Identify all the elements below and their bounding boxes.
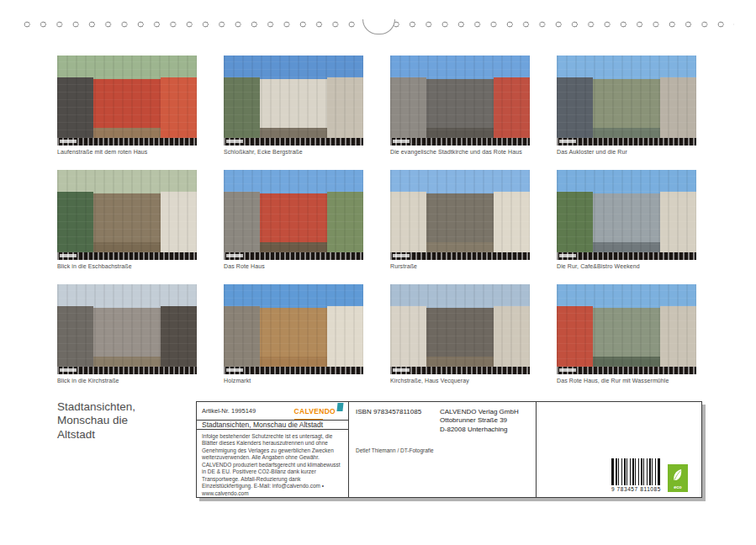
publisher-address: CALVENDO Verlag GmbH Ottobrunner Straße …: [440, 408, 519, 434]
photo-caption: Schloßkahr, Ecke Bergstraße: [224, 149, 363, 156]
photo-watermark: [224, 252, 363, 260]
artikel-number: Artikel-Nr. 1995149: [202, 407, 256, 415]
photo-grid: Laufenstraße mit dem roten Haus Schloßka…: [57, 56, 696, 386]
photo-caption: Die evangelische Stadtkirche und das Rot…: [390, 149, 530, 156]
photo-image: [224, 170, 363, 260]
photo-tile: Das Aukloster und die Rur: [557, 56, 696, 157]
photo-tile: Holzmarkt: [224, 284, 363, 386]
photo-caption: Das Rote Haus, die Rur mit Wassermühle: [557, 378, 696, 384]
photo-tile: Die evangelische Stadtkirche und das Rot…: [390, 56, 530, 157]
photo-watermark: [390, 138, 530, 146]
photo-caption: Das Aukloster und die Rur: [557, 149, 696, 156]
photo-tile: Laufenstraße mit dem roten Haus: [57, 56, 197, 157]
photo-caption: Blick in die Eschbachstraße: [57, 263, 197, 270]
photo-image: [224, 56, 363, 146]
calvendo-logo: CALVENDO: [294, 402, 343, 420]
photo-caption: Rurstraße: [390, 263, 530, 270]
photo-tile: Kirchstraße, Haus Vecqueray: [390, 284, 530, 386]
legal-text: Infolge bestehender Schutzrechte ist es …: [197, 430, 348, 500]
photo-tile: Schloßkahr, Ecke Bergstraße: [224, 56, 363, 157]
info-box: Artikel-Nr. 1995149 CALVENDO Stadtansich…: [196, 401, 702, 498]
photo-image: [557, 284, 696, 374]
photo-caption: Das Rote Haus: [224, 263, 363, 270]
info-box-left-column: Artikel-Nr. 1995149 CALVENDO Stadtansich…: [197, 402, 349, 497]
calvendo-tagline-rule: [294, 419, 323, 421]
info-box-right-column: 9 783457 811085 eco: [537, 402, 701, 497]
artikel-row: Artikel-Nr. 1995149 CALVENDO: [197, 402, 348, 421]
isbn-publisher-row: ISBN 9783457811085 CALVENDO Verlag GmbH …: [356, 408, 529, 434]
isbn-number: ISBN 9783457811085: [356, 408, 440, 434]
photo-watermark: [557, 138, 696, 146]
photo-tile: Rurstraße: [390, 170, 530, 272]
barcode: 9 783457 811085: [611, 458, 661, 492]
info-box-middle-column: ISBN 9783457811085 CALVENDO Verlag GmbH …: [349, 402, 537, 497]
photo-watermark: [57, 138, 197, 146]
photo-image: [390, 284, 530, 374]
photo-image: [57, 170, 197, 260]
photo-caption: Die Rur, Cafe&Bistro Weekend: [557, 263, 696, 270]
calvendo-mark-icon: [336, 403, 343, 411]
barcode-bars-icon: [611, 458, 660, 485]
photo-image: [557, 170, 696, 260]
product-title: Stadtansichten, Monschau die Altstadt: [197, 421, 348, 430]
calendar-title: Stadtansichten, Monschau die Altstadt: [57, 400, 135, 442]
hanger-hole: [362, 19, 395, 34]
photo-caption: Kirchstraße, Haus Vecqueray: [390, 378, 530, 384]
photo-caption: Laufenstraße mit dem roten Haus: [57, 149, 197, 156]
photo-watermark: [390, 367, 530, 374]
photo-image: [557, 56, 696, 146]
photo-watermark: [557, 367, 696, 374]
calvendo-logo-text: CALVENDO: [294, 407, 336, 415]
photo-watermark: [390, 252, 530, 260]
photo-caption: Blick in die Kirchstraße: [57, 378, 197, 384]
photo-caption: Holzmarkt: [224, 378, 363, 384]
photo-watermark: [224, 138, 363, 146]
photo-tile: Blick in die Kirchstraße: [57, 284, 197, 386]
barcode-cluster: 9 783457 811085 eco: [611, 458, 688, 492]
photo-image: [57, 56, 197, 146]
photo-watermark: [224, 367, 363, 374]
photo-image: [224, 284, 363, 374]
binding-holes-left: [24, 20, 364, 29]
calvendo-wordmark: CALVENDO: [294, 402, 336, 420]
eco-badge: eco: [668, 464, 688, 492]
photo-tile: Das Rote Haus, die Rur mit Wassermühle: [557, 284, 696, 386]
photographer-credit: Detlef Thiemann / DT-Fotografie: [356, 447, 529, 453]
photo-watermark: [557, 252, 696, 260]
barcode-digits: 9 783457 811085: [611, 486, 661, 492]
photo-watermark: [57, 367, 197, 374]
binding-holes-right: [393, 20, 734, 29]
photo-image: [57, 284, 197, 374]
leaf-icon: [670, 466, 685, 484]
eco-label: eco: [674, 485, 681, 490]
photo-tile: Das Rote Haus: [224, 170, 363, 272]
photo-tile: Blick in die Eschbachstraße: [57, 170, 197, 272]
photo-image: [390, 56, 530, 146]
photo-tile: Die Rur, Cafe&Bistro Weekend: [557, 170, 696, 272]
photo-image: [390, 170, 530, 260]
photo-watermark: [57, 252, 197, 260]
